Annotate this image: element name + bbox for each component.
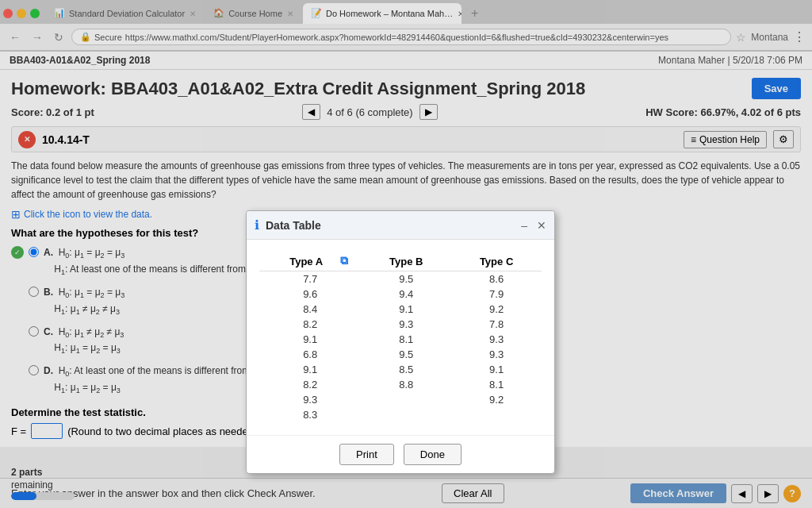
- table-cell: 9.1: [361, 302, 451, 317]
- col-header-type-a: ⧉ Type A: [259, 252, 361, 271]
- data-table-modal: ℹ Data Table – ✕ ⧉ Type A Type B Type C: [246, 210, 555, 447]
- table-row: 9.69.47.9: [259, 287, 542, 302]
- table-cell: 9.5: [361, 271, 451, 287]
- modal-overlay: ℹ Data Table – ✕ ⧉ Type A Type B Type C: [0, 0, 812, 447]
- table-cell: 8.3: [259, 407, 361, 422]
- table-cell: 7.9: [451, 287, 542, 302]
- table-cell: 7.7: [259, 271, 361, 287]
- table-cell: 8.1: [361, 332, 451, 347]
- done-button[interactable]: Done: [404, 444, 462, 447]
- modal-close-button[interactable]: ✕: [537, 219, 546, 232]
- table-cell: 9.5: [361, 347, 451, 362]
- col-header-type-c: Type C: [451, 252, 542, 271]
- table-header-row: ⧉ Type A Type B Type C: [259, 252, 542, 271]
- table-cell: 9.3: [361, 317, 451, 332]
- table-cell: 6.8: [259, 347, 361, 362]
- table-cell: [451, 407, 542, 422]
- table-cell: 9.2: [451, 392, 542, 407]
- table-cell: 9.2: [451, 302, 542, 317]
- table-cell: 9.1: [259, 332, 361, 347]
- table-row: 8.3: [259, 407, 542, 422]
- table-body: 7.79.58.69.69.47.98.49.19.28.29.37.89.18…: [259, 271, 542, 423]
- table-cell: 9.6: [259, 287, 361, 302]
- table-cell: 8.6: [451, 271, 542, 287]
- table-cell: 7.8: [451, 317, 542, 332]
- table-cell: [361, 392, 451, 407]
- table-cell: 8.1: [451, 377, 542, 392]
- table-cell: 8.4: [259, 302, 361, 317]
- table-row: 9.18.59.1: [259, 362, 542, 377]
- table-cell: 9.1: [259, 362, 361, 377]
- modal-header: ℹ Data Table – ✕: [247, 211, 554, 240]
- table-cell: [361, 407, 451, 422]
- modal-footer: Print Done: [247, 435, 554, 447]
- table-row: 7.79.58.6: [259, 271, 542, 287]
- modal-body: ⧉ Type A Type B Type C 7.79.58.69.69.47.…: [247, 240, 554, 435]
- table-cell: 9.3: [259, 392, 361, 407]
- table-cell: 9.3: [451, 347, 542, 362]
- table-row: 9.18.19.3: [259, 332, 542, 347]
- table-cell: 8.8: [361, 377, 451, 392]
- print-button[interactable]: Print: [339, 444, 394, 447]
- table-cell: 9.4: [361, 287, 451, 302]
- table-row: 8.28.88.1: [259, 377, 542, 392]
- info-icon: ℹ: [255, 217, 259, 233]
- data-table: ⧉ Type A Type B Type C 7.79.58.69.69.47.…: [259, 252, 542, 422]
- table-cell: 8.2: [259, 377, 361, 392]
- table-row: 9.39.2: [259, 392, 542, 407]
- table-row: 8.49.19.2: [259, 302, 542, 317]
- table-cell: 9.3: [451, 332, 542, 347]
- table-cell: 9.1: [451, 362, 542, 377]
- modal-minimize-button[interactable]: –: [518, 219, 530, 232]
- copy-icon[interactable]: ⧉: [340, 254, 348, 267]
- table-cell: 8.2: [259, 317, 361, 332]
- table-row: 8.29.37.8: [259, 317, 542, 332]
- table-cell: 8.5: [361, 362, 451, 377]
- table-row: 6.89.59.3: [259, 347, 542, 362]
- modal-title: Data Table: [266, 219, 511, 232]
- col-header-type-b: Type B: [361, 252, 451, 271]
